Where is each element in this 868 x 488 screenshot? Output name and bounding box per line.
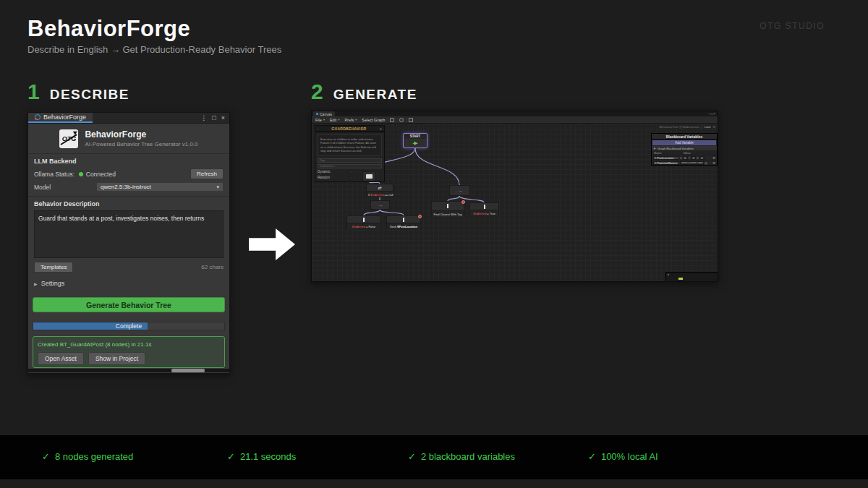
lock-button[interactable]: Lock [702,125,710,129]
stat-seconds-label: 21.1 seconds [240,451,296,462]
variable-name: PostLocation [657,156,673,160]
check-icon: ✓ [42,451,50,462]
graph-toolbar: File ▾ Edit ▾ Prefs ▾ Select Graph [312,116,718,124]
dynamic-label: Dynamic [318,170,331,174]
error-badge-icon [461,200,465,204]
menu-prefs-label: Prefs [344,118,354,122]
dynamic-checkbox[interactable] [349,171,352,174]
behaviorforge-tab-icon [35,114,41,120]
drag-handle-icon[interactable]: ≡ [655,161,656,165]
otg-logo: OTG [59,129,78,148]
variable-name: PotentialSource [657,161,677,165]
stat-nodes: ✓ 8 nodes generated [42,451,133,462]
horizontal-scrollbar[interactable] [28,369,229,372]
graph-path-label: BehaviourTree @ NodeCanvas [659,125,699,129]
node-condition-label: If $IsAlerted == null [367,191,393,197]
window-controls: ⋮ □ × [200,113,229,123]
node-seek-icon-row [387,216,420,223]
action-icon [403,218,404,222]
ollama-status-label: Ollama Status: [34,171,75,178]
open-asset-button[interactable]: Open Asset [38,352,84,365]
node-start[interactable]: START -▶ [403,133,427,148]
node-sequence-left[interactable]: → [370,200,390,210]
variable-name-field[interactable]: ≡ PotentialSource [653,161,679,165]
node-condition-icon-row: ⇄ [367,184,393,191]
app-header: OTG BehaviorForge AI-Powered Behavior Tr… [28,124,229,154]
node-start-title: START [404,134,427,139]
check-icon: ✓ [588,451,596,462]
settings-foldout[interactable]: ▶ Settings [34,280,64,287]
minimap-marker [668,274,669,275]
caret-down-icon: ▾ [338,118,339,121]
node-set-true-label: $IsAlerted = True [470,210,498,216]
gear-icon[interactable]: ⚙ [712,161,715,165]
graph-minimap[interactable] [665,272,718,282]
check-icon: ✓ [408,451,416,462]
gear-icon[interactable]: ⚙ [712,156,715,160]
scrollbar-thumb[interactable] [171,369,205,372]
window-tab-bar: BehaviorForge ⋮ □ × [28,113,229,124]
result-box: Created BT_GuardAtPost (8 nodes) in 21.1… [33,336,225,368]
node-condition[interactable]: ⇄ If $IsAlerted == null [366,184,393,197]
templates-button[interactable]: Templates [34,262,73,273]
comments-input[interactable]: Comments... [318,164,382,168]
tab-title: BehaviorForge [43,114,86,121]
menu-file[interactable]: File ▾ [315,118,325,122]
x-value-field[interactable]: 0 [683,156,688,160]
node-decorator[interactable] [362,171,375,181]
tab-canvas[interactable]: Canvas [313,111,335,116]
refresh-button[interactable]: Refresh [190,168,224,179]
window-menu-icon[interactable]: ⋮ [200,114,207,121]
ollama-status-row: Ollama Status: Connected Refresh [34,169,224,179]
y-value-field[interactable]: 0 [691,156,696,160]
object-value-field[interactable]: None (Game Object) [680,161,704,165]
blackboard-group-label: Graph Blackboard Variables [658,147,694,150]
graph-canvas[interactable]: ▫ GUARDBEHAVIOR ⚙ Executes its children … [312,124,718,281]
save-icon[interactable] [390,118,394,122]
blackboard-row-potentialsource: ≡ PotentialSource None (Game Object) ◎ ⚙ [652,160,717,165]
node-set-true[interactable]: $IsAlerted = True [469,202,499,216]
canvas-tab-icon [316,113,318,115]
llm-backend-section-label: LLM Backend [34,158,77,165]
behavior-description-input[interactable]: Guard that stands at a post, investigate… [34,210,224,258]
tab-behaviorforge[interactable]: BehaviorForge [28,113,93,123]
ollama-status-value: Connected [86,171,116,178]
menu-prefs[interactable]: Prefs ▾ [344,118,357,122]
variable-name-field[interactable]: ≡ PostLocation [653,156,679,160]
random-checkbox[interactable] [349,176,352,179]
condition-suffix: == null [383,193,393,197]
search-icon[interactable] [399,118,404,122]
arrow-right-icon: → [378,202,383,208]
menu-select-graph[interactable]: Select Graph [362,118,385,122]
maximize-icon[interactable]: □ [212,114,216,121]
action-icon [447,204,448,208]
node-seek-label: Seek $PostLocation [387,223,420,229]
stat-seconds: ✓ 21.1 seconds [227,451,296,462]
tag-input[interactable]: Tag... [318,158,382,163]
add-variable-button[interactable]: Add Variable [652,140,716,145]
drag-handle-icon[interactable]: ≡ [655,156,656,160]
gear-icon[interactable]: ⚙ [712,125,715,129]
generate-behavior-tree-button[interactable]: Generate Behavior Tree [33,297,225,312]
frame-all-icon[interactable] [409,118,413,122]
node-sequence-right[interactable]: → [449,185,470,196]
node-start-icon-row: -▶ [404,139,427,147]
blackboard-panel: BehaviourTree @ NodeCanvas Lock ⚙ Blackb… [651,133,718,166]
set-true-suffix: = True [486,212,495,215]
graph-window-controls[interactable]: – □ × [708,111,718,116]
node-decorator-icon-row [363,172,375,181]
show-in-project-button[interactable]: Show in Project [88,352,145,365]
gear-icon[interactable]: ⚙ [379,127,382,131]
node-seek[interactable]: Seek $PostLocation [386,215,421,229]
node-set-false[interactable]: $IsAlerted = False [346,215,381,229]
model-dropdown-value: qwen2.5:3b-instruct [101,184,151,190]
z-value-field[interactable]: 0 [699,156,705,160]
close-icon[interactable]: × [221,114,225,121]
object-picker-icon[interactable]: ◎ [705,161,707,165]
menu-edit[interactable]: Edit ▾ [330,118,340,122]
app-title: BehaviorForge [85,129,197,140]
stat-nodes-label: 8 nodes generated [55,451,133,462]
model-dropdown[interactable]: qwen2.5:3b-instruct ▾ [96,182,224,192]
node-find-closest[interactable]: Find Closest With Tag [431,201,464,217]
step-generate-heading: 2 GENERATE [311,80,417,104]
